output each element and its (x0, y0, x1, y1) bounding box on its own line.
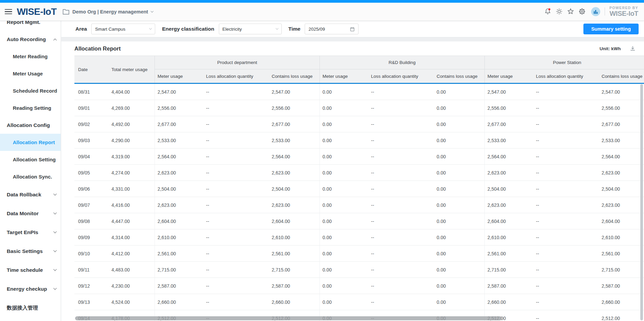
sidebar-item-allocation-report[interactable]: Allocation Report (0, 134, 61, 151)
cell-pd-contains-loss: 2,677.00 (269, 116, 319, 132)
cell-pd-loss-allocation: -- (203, 84, 269, 100)
table-body: 08/31 4,404.00 2,547.00 -- 2,547.00 0.00… (74, 84, 644, 321)
vertical-scrollbar[interactable] (640, 84, 643, 320)
cell-total-meter-usage: 4,331.00 (110, 181, 155, 197)
time-label: Time (289, 26, 301, 32)
group-header-power-station: Power Station (484, 56, 644, 69)
sidebar-item-auto-recording[interactable]: Auto Recording (0, 31, 61, 48)
area-select[interactable]: Smart Campus (91, 24, 155, 34)
sidebar-item-report-mgmt[interactable]: Report Mgmt. (0, 21, 61, 31)
summary-setting-button[interactable]: Summary setting (583, 24, 639, 34)
brightness-icon[interactable] (553, 8, 565, 15)
chevron-down-icon (54, 192, 57, 196)
cell-date: 09/02 (74, 116, 110, 132)
cell-ps-meter-usage: 2,587.00 (484, 278, 533, 294)
cell-rd-contains-loss: 0.00 (434, 84, 484, 100)
table-row: 09/07 4,416.00 2,623.00 -- 2,623.00 0.00… (74, 197, 644, 213)
cell-rd-meter-usage: 0.00 (319, 197, 368, 213)
user-avatar[interactable] (591, 7, 600, 16)
cell-pd-loss-allocation: -- (203, 116, 269, 132)
sidebar-item-data-monitor[interactable]: Data Monitor (0, 204, 61, 223)
energy-classification-select[interactable]: Electricity (219, 24, 282, 34)
powered-by: POWERED BY WISE-IoT (609, 6, 639, 17)
sidebar-item-time-schedule[interactable]: Time schedule (0, 261, 61, 280)
time-input[interactable]: 2025/09 (305, 24, 359, 34)
cell-ps-loss-allocation: -- (533, 165, 599, 181)
cell-ps-loss-allocation: -- (533, 294, 599, 310)
cell-date: 09/09 (74, 229, 110, 245)
cell-pd-meter-usage: 2,623.00 (155, 165, 203, 181)
cell-rd-meter-usage: 0.00 (319, 165, 368, 181)
notifications-bell-icon[interactable] (542, 8, 553, 15)
settings-gear-icon[interactable] (576, 8, 588, 15)
sidebar-item-energy-checkup[interactable]: Energy checkup (0, 280, 61, 298)
cell-total-meter-usage: 4,447.00 (110, 213, 155, 229)
table-row: 09/08 4,447.00 2,604.00 -- 2,604.00 0.00… (74, 213, 644, 229)
cell-rd-loss-allocation: -- (368, 278, 434, 294)
notification-dot (548, 8, 550, 10)
subcolumn-loss-allocation-quantity: Loss allocation quantity (533, 69, 599, 83)
favorite-star-icon[interactable] (565, 8, 576, 15)
chevron-down-icon (275, 27, 278, 30)
cell-ps-meter-usage: 2,504.00 (484, 181, 533, 197)
sidebar-item-data-rollback[interactable]: Data Rollback (0, 185, 61, 204)
sidebar-item-basic-settings[interactable]: Basic Settings (0, 242, 61, 261)
top-bar: WISE-IoT Demo Org | Energy management (0, 3, 644, 21)
sidebar-item-target-enpis[interactable]: Target EnPIs (0, 223, 61, 242)
cell-rd-loss-allocation: -- (368, 197, 434, 213)
cell-total-meter-usage: 4,274.00 (110, 165, 155, 181)
chevron-down-icon (54, 230, 57, 233)
app-logo[interactable]: WISE-IoT (17, 6, 57, 17)
topbar-divider (605, 7, 605, 15)
table-row: 09/05 4,274.00 2,623.00 -- 2,623.00 0.00… (74, 165, 644, 181)
cell-ps-loss-allocation: -- (533, 229, 599, 245)
table-row: 08/31 4,404.00 2,547.00 -- 2,547.00 0.00… (74, 84, 644, 100)
org-breadcrumb[interactable]: Demo Org | Energy management (72, 9, 153, 14)
cell-ps-meter-usage: 2,623.00 (484, 165, 533, 181)
cell-date: 09/11 (74, 262, 110, 278)
cell-ps-loss-allocation: -- (533, 278, 599, 294)
cell-pd-contains-loss: 2,547.00 (269, 84, 319, 100)
cell-ps-loss-allocation: -- (533, 116, 599, 132)
allocation-table: Date Total meter usage Product departmen… (74, 56, 644, 321)
cell-pd-loss-allocation: -- (203, 278, 269, 294)
cell-total-meter-usage: 4,319.00 (110, 149, 155, 164)
filter-bar: Area Smart Campus Energy classification … (61, 21, 644, 37)
sidebar-item-reading-setting[interactable]: Reading Setting (0, 99, 61, 117)
cell-pd-meter-usage: 2,660.00 (155, 294, 203, 310)
cell-pd-contains-loss: 2,623.00 (269, 165, 319, 181)
energy-classification-label: Energy classification (162, 26, 214, 32)
cell-pd-loss-allocation: -- (203, 149, 269, 164)
org-building-icon (593, 9, 598, 14)
allocation-report-card: Allocation Report Unit: kWh Date Total m… (61, 41, 644, 321)
cell-ps-meter-usage: 2,556.00 (484, 100, 533, 116)
cell-pd-contains-loss: 2,715.00 (269, 262, 319, 278)
sidebar-item-scheduled-record[interactable]: Scheduled Record (0, 82, 61, 99)
horizontal-scrollbar[interactable] (75, 316, 502, 320)
cell-ps-loss-allocation: -- (533, 246, 599, 261)
menu-icon[interactable] (5, 9, 12, 14)
cell-pd-meter-usage: 2,715.00 (155, 262, 203, 278)
cell-ps-contains-loss: 2,715.00 (599, 262, 644, 278)
cell-total-meter-usage: 4,416.00 (110, 197, 155, 213)
cell-rd-meter-usage: 0.00 (319, 132, 368, 148)
cell-pd-loss-allocation: -- (203, 246, 269, 261)
sidebar-item-meter-reading[interactable]: Meter Reading (0, 48, 61, 65)
powered-by-line1: POWERED BY (609, 6, 638, 10)
sidebar-item-allocation-sync[interactable]: Allocation Sync. (0, 168, 61, 185)
cell-ps-contains-loss: 2,660.00 (599, 294, 644, 310)
cell-pd-contains-loss: 2,660.00 (269, 294, 319, 310)
table-row: 09/03 4,290.00 2,533.00 -- 2,533.00 0.00… (74, 132, 644, 149)
sidebar-item-data-access-mgmt[interactable]: 数据接入管理 (0, 298, 61, 317)
sidebar-item-allocation-config[interactable]: Allocation Config (0, 117, 61, 134)
cell-ps-meter-usage: 2,660.00 (484, 294, 533, 310)
cell-pd-contains-loss: 2,556.00 (269, 100, 319, 116)
sidebar-item-allocation-setting[interactable]: Allocation Setting (0, 151, 61, 168)
cell-ps-contains-loss: 2,561.00 (599, 246, 644, 261)
org-folder-icon (63, 9, 69, 15)
download-icon[interactable] (630, 45, 636, 52)
powered-by-line2: WISE-IoT (609, 10, 638, 17)
cell-ps-meter-usage: 2,547.00 (484, 84, 533, 100)
sidebar-item-meter-usage[interactable]: Meter Usage (0, 65, 61, 82)
cell-ps-contains-loss: 2,556.00 (599, 100, 644, 116)
